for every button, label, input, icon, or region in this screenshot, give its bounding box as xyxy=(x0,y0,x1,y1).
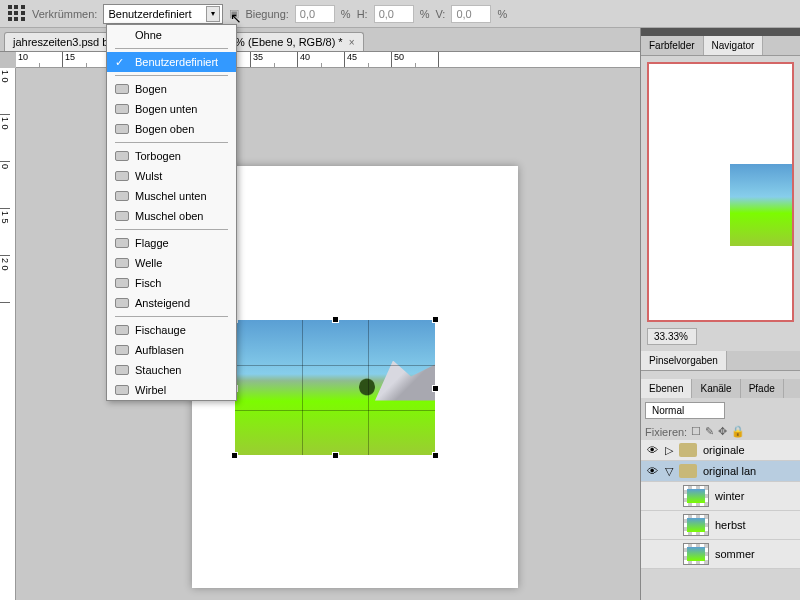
tree-graphic xyxy=(359,377,375,397)
warp-shape-icon xyxy=(115,325,129,335)
folder-icon xyxy=(679,443,697,457)
layer-row[interactable]: winter xyxy=(641,482,800,511)
v-input[interactable]: 0,0 xyxy=(451,5,491,23)
warp-transform-box[interactable] xyxy=(235,320,435,455)
menu-item-custom[interactable]: Benutzerdefiniert xyxy=(107,52,236,72)
warp-shape-icon xyxy=(115,124,129,134)
h-input[interactable]: 0,0 xyxy=(374,5,414,23)
warp-value: Benutzerdefiniert xyxy=(108,8,191,20)
v-label: V: xyxy=(435,8,445,20)
warp-shape-icon xyxy=(115,191,129,201)
menu-item-warp[interactable]: Wulst xyxy=(107,166,236,186)
chevron-down-icon[interactable]: ▾ xyxy=(206,6,220,22)
zoom-value[interactable]: 33.33% xyxy=(647,328,697,345)
handle-mid-right[interactable] xyxy=(432,385,439,392)
disclosure-icon[interactable]: ▽ xyxy=(665,465,673,478)
tab-layers[interactable]: Ebenen xyxy=(641,379,692,398)
navigator-thumb xyxy=(730,164,792,246)
tab-brush-presets[interactable]: Pinselvorgaben xyxy=(641,351,727,370)
warp-shape-icon xyxy=(115,298,129,308)
warp-style-dropdown[interactable]: Benutzerdefiniert ▾ xyxy=(103,4,223,24)
warp-shape-icon xyxy=(115,84,129,94)
layer-name: original lan xyxy=(703,465,756,477)
menu-item-warp[interactable]: Bogen xyxy=(107,79,236,99)
lock-brush-icon[interactable]: ✎ xyxy=(705,425,714,438)
tab-paths[interactable]: Pfade xyxy=(741,379,784,398)
layer-row[interactable]: herbst xyxy=(641,511,800,540)
lock-all-icon[interactable]: 🔒 xyxy=(731,425,745,438)
warp-shape-icon xyxy=(115,171,129,181)
menu-item-warp[interactable]: Stauchen xyxy=(107,360,236,380)
warp-shape-icon xyxy=(115,365,129,375)
lock-move-icon[interactable]: ✥ xyxy=(718,425,727,438)
layer-thumb xyxy=(683,514,709,536)
close-icon[interactable]: × xyxy=(349,37,355,48)
menu-item-warp[interactable]: Muschel oben xyxy=(107,206,236,226)
layers-panel-tabs: Ebenen Kanäle Pfade xyxy=(641,379,800,398)
menu-item-warp[interactable]: Wirbel xyxy=(107,380,236,400)
layer-name: herbst xyxy=(715,519,746,531)
handle-bot-right[interactable] xyxy=(432,452,439,459)
menu-item-warp[interactable]: Ansteigend xyxy=(107,293,236,313)
layer-thumb xyxy=(683,485,709,507)
warp-shape-icon xyxy=(115,104,129,114)
layer-row[interactable]: sommer xyxy=(641,540,800,569)
warp-shape-icon xyxy=(115,278,129,288)
navigator-preview[interactable] xyxy=(647,62,794,322)
handle-bot-left[interactable] xyxy=(231,452,238,459)
menu-item-warp[interactable]: Torbogen xyxy=(107,146,236,166)
menu-item-warp[interactable]: Aufblasen xyxy=(107,340,236,360)
handle-bot-mid[interactable] xyxy=(332,452,339,459)
folder-icon xyxy=(679,464,697,478)
handle-top-right[interactable] xyxy=(432,316,439,323)
layer-row[interactable]: 👁▽original lan xyxy=(641,461,800,482)
workspace: 101520253035404550 1 01 001 52 0 xyxy=(0,52,640,600)
visibility-icon[interactable]: 👁 xyxy=(645,443,659,457)
warp-shape-icon xyxy=(115,238,129,248)
brush-panel-tabs: Pinselvorgaben xyxy=(641,351,800,371)
warp-style-menu: Ohne Benutzerdefiniert BogenBogen untenB… xyxy=(106,24,237,401)
handle-top-mid[interactable] xyxy=(332,316,339,323)
layer-name: originale xyxy=(703,444,745,456)
disclosure-icon[interactable]: ▷ xyxy=(665,444,673,457)
layers-panel: Ebenen Kanäle Pfade Normal Fixieren: ☐ ✎… xyxy=(641,379,800,569)
right-panel-group: Farbfelder Navigator 33.33% Pinselvorgab… xyxy=(640,28,800,600)
layer-name: winter xyxy=(715,490,744,502)
menu-item-warp[interactable]: Welle xyxy=(107,253,236,273)
bend-label: Biegung: xyxy=(245,8,288,20)
warp-shape-icon xyxy=(115,258,129,268)
bend-input[interactable]: 0,0 xyxy=(295,5,335,23)
navigator-panel-tabs: Farbfelder Navigator xyxy=(641,36,800,56)
layer-name: sommer xyxy=(715,548,755,560)
warp-shape-icon xyxy=(115,151,129,161)
ruler-vertical[interactable]: 1 01 001 52 0 xyxy=(0,68,16,600)
visibility-icon[interactable]: 👁 xyxy=(645,464,659,478)
h-label: H: xyxy=(357,8,368,20)
lock-row: Fixieren: ☐ ✎ ✥ 🔒 xyxy=(641,423,800,440)
grid-icon[interactable] xyxy=(8,5,26,23)
menu-item-warp[interactable]: Muschel unten xyxy=(107,186,236,206)
menu-item-warp[interactable]: Bogen oben xyxy=(107,119,236,139)
tab-navigator[interactable]: Navigator xyxy=(704,36,764,55)
layer-row[interactable]: 👁▷originale xyxy=(641,440,800,461)
warp-shape-icon xyxy=(115,385,129,395)
warp-shape-icon xyxy=(115,345,129,355)
warp-shape-icon xyxy=(115,211,129,221)
orientation-icon[interactable]: ▣ xyxy=(229,7,239,20)
tab-channels[interactable]: Kanäle xyxy=(692,379,740,398)
warp-label: Verkrümmen: xyxy=(32,8,97,20)
menu-item-warp[interactable]: Bogen unten xyxy=(107,99,236,119)
tab-swatches[interactable]: Farbfelder xyxy=(641,36,704,55)
layer-thumb xyxy=(683,543,709,565)
mountain-graphic xyxy=(375,361,435,401)
menu-item-warp[interactable]: Fischauge xyxy=(107,320,236,340)
menu-item-warp[interactable]: Flagge xyxy=(107,233,236,253)
menu-item-warp[interactable]: Fisch xyxy=(107,273,236,293)
lock-transparent-icon[interactable]: ☐ xyxy=(691,425,701,438)
menu-item-none[interactable]: Ohne xyxy=(107,25,236,45)
blend-mode-select[interactable]: Normal xyxy=(645,402,725,419)
layer-image xyxy=(235,320,435,455)
